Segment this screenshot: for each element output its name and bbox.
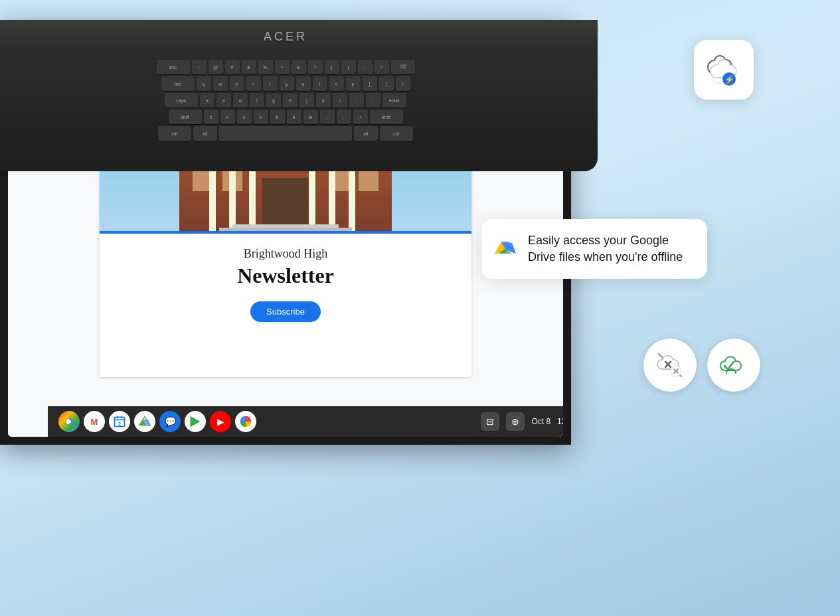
acer-logo: ACER [264,30,307,44]
key-7[interactable]: & [292,60,306,74]
key-rshift[interactable]: shift [370,110,403,124]
subscribe-button[interactable]: Subscribe [250,301,321,322]
key-i[interactable]: i [313,76,327,91]
key-p[interactable]: p [346,76,361,91]
key-0[interactable]: ) [341,60,356,74]
tooltip-text: Easily access your Google Drive files wh… [528,232,694,266]
key-caps[interactable]: caps [165,93,198,108]
key-3[interactable]: # [225,60,240,74]
svg-rect-12 [209,171,216,231]
taskbar: M 2 💬 [48,406,563,437]
tray-overview-icon[interactable]: ⊟ [481,412,499,431]
svg-rect-13 [229,171,236,231]
svg-text:2: 2 [118,422,121,426]
svg-rect-10 [262,178,309,231]
key-space[interactable] [219,126,352,141]
key-w[interactable]: w [213,76,228,91]
taskbar-gmail-icon[interactable]: M [84,411,105,432]
keyboard-row-5: ctrl alt alt ctrl [0,126,590,141]
keyboard-row-4: shift z x c v b n m , . / shift [0,110,590,124]
key-d[interactable]: d [233,93,248,108]
key-enter[interactable]: enter [382,93,406,108]
key-l[interactable]: l [333,93,347,108]
key-b[interactable]: b [270,110,285,124]
key-a[interactable]: a [200,93,214,108]
keyboard-row-2: tab q w e r t y u i o p [ ] \ [0,76,590,91]
key-n[interactable]: n [287,110,301,124]
key-lbracket[interactable]: [ [363,76,377,91]
key-f[interactable]: f [250,93,264,108]
key-semicolon[interactable]: ; [349,93,364,108]
key-equals[interactable]: = [375,60,389,74]
key-o[interactable]: o [329,76,344,91]
key-k[interactable]: k [316,93,331,108]
newsletter-title: Newsletter [120,264,452,288]
key-m[interactable]: m [303,110,318,124]
key-esc[interactable]: esc [157,60,190,74]
key-x[interactable]: x [220,110,235,124]
key-e[interactable]: e [230,76,244,91]
floating-icon-row [643,339,760,392]
key-4[interactable]: $ [242,60,256,74]
cloud-check-icon-circle [707,339,760,392]
key-z[interactable]: z [204,110,218,124]
key-c[interactable]: c [237,110,252,124]
key-period[interactable]: . [337,110,351,124]
laptop: docs.google.com/document/... ✕ M Gmail ✕… [0,20,598,597]
taskbar-drive-icon[interactable] [134,411,155,432]
taskbar-chrome-icon[interactable] [58,411,80,432]
key-q[interactable]: q [197,76,211,91]
key-lshift[interactable]: shift [169,110,202,124]
keyboard-row-3: caps a s d f g h j k l ; ' enter [0,93,590,108]
key-1[interactable]: ! [192,60,207,74]
taskbar-play-icon[interactable] [185,411,206,432]
offline-access-tooltip: Easily access your Google Drive files wh… [481,219,707,279]
key-rbracket[interactable]: ] [379,76,394,91]
key-ralt[interactable]: alt [354,126,378,141]
floating-cloud-sync-container: ⚡ [694,40,754,100]
key-backspace[interactable]: ⌫ [391,60,415,74]
offline-icon [655,350,685,380]
key-slash[interactable]: / [353,110,368,124]
key-u[interactable]: u [296,76,311,91]
key-quote[interactable]: ' [366,93,380,108]
key-tab[interactable]: tab [161,76,195,91]
key-v[interactable]: v [254,110,268,124]
doc-body: Brightwood High Newsletter Subscribe [100,234,471,335]
drive-icon [492,232,519,259]
key-y[interactable]: y [280,76,294,91]
key-h[interactable]: h [283,93,297,108]
taskbar-right: ⊟ ⊕ Oct 8 12:30 ▼ 🔋 [481,412,563,431]
taskbar-time: 12:30 [557,417,563,426]
key-t[interactable]: t [263,76,278,91]
taskbar-messages-icon[interactable]: 💬 [159,411,181,432]
svg-rect-14 [249,171,256,231]
key-2[interactable]: @ [209,60,223,74]
tray-add-icon[interactable]: ⊕ [506,412,525,431]
key-alt[interactable]: alt [193,126,217,141]
taskbar-calendar-icon[interactable]: 2 [109,411,130,432]
key-ctrl[interactable]: ctrl [158,126,191,141]
key-j[interactable]: j [299,93,314,108]
svg-rect-25 [117,417,118,419]
key-s[interactable]: s [216,93,231,108]
offline-icon-circle [643,339,697,392]
taskbar-youtube-icon[interactable]: ▶ [210,411,231,432]
key-9[interactable]: ( [325,60,339,74]
cloud-check-icon [719,350,748,380]
key-backslash[interactable]: \ [396,76,410,91]
cloud-sync-icon: ⚡ [705,51,742,88]
key-r[interactable]: r [246,76,261,91]
key-minus[interactable]: - [358,60,373,74]
taskbar-photos-icon[interactable] [235,411,256,432]
key-8[interactable]: * [308,60,323,74]
key-rctrl[interactable]: ctrl [380,126,413,141]
keyboard: esc ! @ # $ % ^ & * ( ) - = ⌫ tab q w e … [0,52,598,171]
taskbar-date: Oct 8 [531,417,550,426]
key-6[interactable]: ^ [275,60,290,74]
key-comma[interactable]: , [320,110,335,124]
svg-rect-17 [349,171,355,231]
key-5[interactable]: % [258,60,273,74]
key-g[interactable]: g [266,93,281,108]
newsletter-subtitle: Brightwood High [120,247,452,261]
